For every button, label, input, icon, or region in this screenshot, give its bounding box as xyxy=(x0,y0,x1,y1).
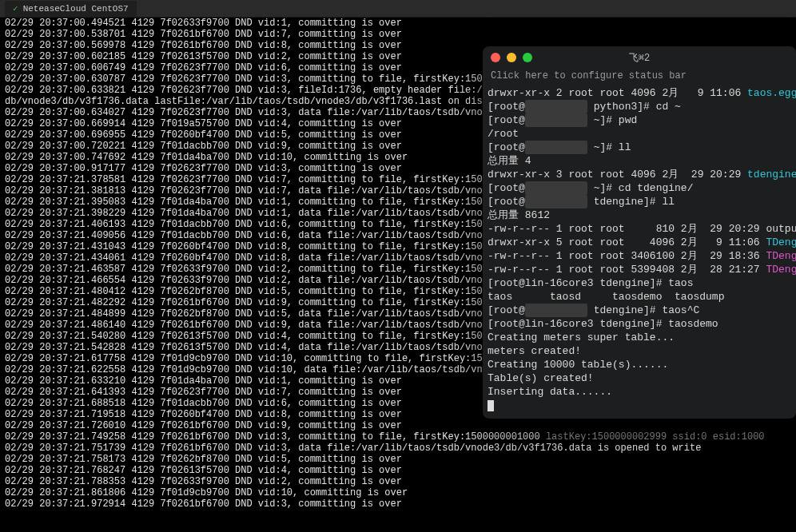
terminal-line: [root@xxxxxxxxxx ~]# ll xyxy=(488,141,791,154)
log-line: 02/29 20:37:21.768247 4129 7f02613f5700 … xyxy=(5,465,796,476)
terminal-line: Creating 10000 table(s)...... xyxy=(488,358,791,371)
log-line: 02/29 20:37:21.972914 4129 7f0261bf6700 … xyxy=(5,498,796,510)
terminal-line: Table(s) created! xyxy=(488,371,791,385)
terminal-line: [root@xxxxxxxxxx python3]# cd ~ xyxy=(488,100,791,113)
log-line: 02/29 20:37:21.788353 4129 7f02633f9700 … xyxy=(5,476,796,487)
terminal-line: drwxr-xr-x 5 root root 4096 2月 9 11:06 T… xyxy=(488,236,791,249)
log-line: 02/29 20:37:21.751739 4129 7f0261bf6700 … xyxy=(5,443,796,454)
terminal-line: Creating meters super table... xyxy=(488,331,791,344)
terminal-line: 总用量 4 xyxy=(488,154,791,168)
terminal-line: -rw-r--r-- 1 root root 5399408 2月 28 21:… xyxy=(488,263,791,276)
terminal-line: -rw-r--r-- 1 root root 810 2月 29 20:29 o… xyxy=(488,222,791,236)
terminal-line: 总用量 8612 xyxy=(488,208,791,222)
log-line: 02/29 20:37:21.749258 4129 7f0261bf6700 … xyxy=(5,431,796,443)
terminal-line: [root@lin-16core3 tdengine]# taos xyxy=(488,276,791,290)
tab-label: NeteaseCloud CentOS7 xyxy=(23,4,129,14)
terminal-line: meters created! xyxy=(488,344,791,358)
terminal-line: [root@xxxxxxxxxx tdengine]# taos^C xyxy=(488,304,791,317)
terminal-line: drwxr-xr-x 2 root root 4096 2月 9 11:06 t… xyxy=(488,86,791,100)
terminal-line: Inserting data...... xyxy=(488,385,791,399)
terminal-title: 飞⌘2 xyxy=(483,51,796,65)
terminal-line xyxy=(488,399,791,412)
log-line: 02/29 20:37:00.538701 4129 7f0261bf6700 … xyxy=(5,29,796,40)
status-bar-hint[interactable]: Click here to configure status bar xyxy=(483,69,796,86)
log-line: 02/29 20:37:00.494521 4129 7f02633f9700 … xyxy=(5,18,796,29)
cursor-icon xyxy=(488,400,494,411)
terminal-line: taos taosd taosdemo taosdump xyxy=(488,290,791,304)
terminal-line: -rw-r--r-- 1 root root 3406100 2月 29 18:… xyxy=(488,249,791,263)
log-line: 02/29 20:37:21.758173 4129 7f0262bf8700 … xyxy=(5,454,796,465)
tab-netease-centos[interactable]: ✓ NeteaseCloud CentOS7 xyxy=(5,1,137,17)
log-line: 02/29 20:37:21.861806 4129 7f01d9cb9700 … xyxy=(5,487,796,498)
check-icon: ✓ xyxy=(13,3,18,14)
terminal-line: drwxr-xr-x 3 root root 4096 2月 29 20:29 … xyxy=(488,168,791,181)
terminal-output: drwxr-xr-x 2 root root 4096 2月 9 11:06 t… xyxy=(483,86,796,417)
terminal-titlebar[interactable]: 飞⌘2 xyxy=(483,46,796,69)
terminal-line: [root@lin-16core3 tdengine]# taosdemo xyxy=(488,317,791,331)
terminal-line: [root@xxxxxxxxxx ~]# pwd xyxy=(488,113,791,127)
tab-bar: ✓ NeteaseCloud CentOS7 xyxy=(0,0,796,18)
log-line: 02/29 20:37:21.726010 4129 7f0261bf6700 … xyxy=(5,420,796,431)
terminal-line: /root xyxy=(488,127,791,141)
terminal-line: [root@xxxxxxxxxx ~]# cd tdengine/ xyxy=(488,181,791,195)
terminal-window[interactable]: 飞⌘2 Click here to configure status bar d… xyxy=(483,46,796,419)
terminal-line: [root@xxxxxxxxxx tdengine]# ll xyxy=(488,195,791,208)
